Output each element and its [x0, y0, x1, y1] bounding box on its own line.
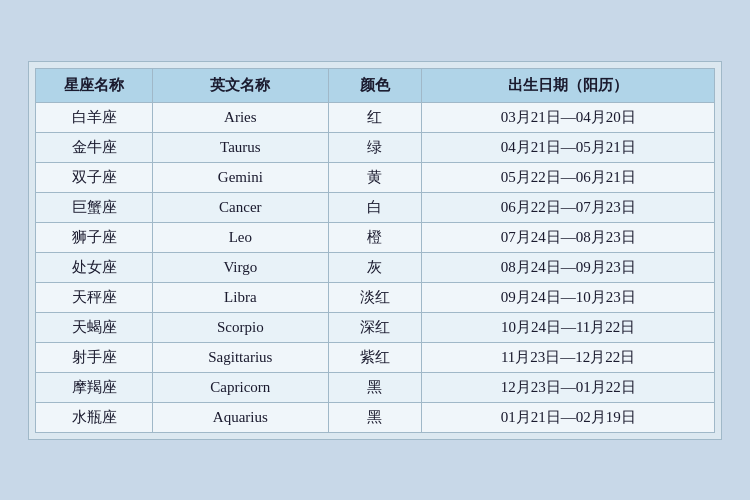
cell-color: 紫红 — [328, 342, 422, 372]
cell-date-range: 05月22日—06月21日 — [422, 162, 715, 192]
cell-en-name: Libra — [153, 282, 329, 312]
cell-date-range: 01月21日—02月19日 — [422, 402, 715, 432]
table-row: 双子座Gemini黄05月22日—06月21日 — [36, 162, 715, 192]
header-color: 颜色 — [328, 68, 422, 102]
cell-date-range: 11月23日—12月22日 — [422, 342, 715, 372]
cell-en-name: Cancer — [153, 192, 329, 222]
cell-date-range: 08月24日—09月23日 — [422, 252, 715, 282]
table-row: 摩羯座Capricorn黑12月23日—01月22日 — [36, 372, 715, 402]
table-row: 处女座Virgo灰08月24日—09月23日 — [36, 252, 715, 282]
cell-date-range: 12月23日—01月22日 — [422, 372, 715, 402]
cell-zh-name: 白羊座 — [36, 102, 153, 132]
header-en-name: 英文名称 — [153, 68, 329, 102]
cell-zh-name: 摩羯座 — [36, 372, 153, 402]
cell-date-range: 07月24日—08月23日 — [422, 222, 715, 252]
cell-zh-name: 巨蟹座 — [36, 192, 153, 222]
cell-color: 绿 — [328, 132, 422, 162]
cell-zh-name: 水瓶座 — [36, 402, 153, 432]
cell-date-range: 06月22日—07月23日 — [422, 192, 715, 222]
cell-color: 橙 — [328, 222, 422, 252]
table-row: 天秤座Libra淡红09月24日—10月23日 — [36, 282, 715, 312]
table-row: 射手座Sagittarius紫红11月23日—12月22日 — [36, 342, 715, 372]
cell-color: 淡红 — [328, 282, 422, 312]
table-row: 水瓶座Aquarius黑01月21日—02月19日 — [36, 402, 715, 432]
cell-en-name: Leo — [153, 222, 329, 252]
cell-zh-name: 射手座 — [36, 342, 153, 372]
cell-color: 黄 — [328, 162, 422, 192]
cell-zh-name: 双子座 — [36, 162, 153, 192]
header-date-range: 出生日期（阳历） — [422, 68, 715, 102]
cell-en-name: Aquarius — [153, 402, 329, 432]
cell-color: 红 — [328, 102, 422, 132]
cell-en-name: Aries — [153, 102, 329, 132]
cell-date-range: 04月21日—05月21日 — [422, 132, 715, 162]
header-zh-name: 星座名称 — [36, 68, 153, 102]
zodiac-table-container: 星座名称 英文名称 颜色 出生日期（阳历） 白羊座Aries红03月21日—04… — [28, 61, 722, 440]
cell-en-name: Taurus — [153, 132, 329, 162]
cell-color: 深红 — [328, 312, 422, 342]
table-header-row: 星座名称 英文名称 颜色 出生日期（阳历） — [36, 68, 715, 102]
table-body: 白羊座Aries红03月21日—04月20日金牛座Taurus绿04月21日—0… — [36, 102, 715, 432]
cell-color: 黑 — [328, 372, 422, 402]
cell-zh-name: 狮子座 — [36, 222, 153, 252]
table-row: 天蝎座Scorpio深红10月24日—11月22日 — [36, 312, 715, 342]
cell-en-name: Virgo — [153, 252, 329, 282]
cell-color: 白 — [328, 192, 422, 222]
cell-en-name: Capricorn — [153, 372, 329, 402]
cell-en-name: Scorpio — [153, 312, 329, 342]
table-row: 金牛座Taurus绿04月21日—05月21日 — [36, 132, 715, 162]
cell-zh-name: 金牛座 — [36, 132, 153, 162]
table-row: 巨蟹座Cancer白06月22日—07月23日 — [36, 192, 715, 222]
zodiac-table: 星座名称 英文名称 颜色 出生日期（阳历） 白羊座Aries红03月21日—04… — [35, 68, 715, 433]
cell-zh-name: 处女座 — [36, 252, 153, 282]
cell-zh-name: 天蝎座 — [36, 312, 153, 342]
cell-zh-name: 天秤座 — [36, 282, 153, 312]
cell-color: 黑 — [328, 402, 422, 432]
cell-date-range: 03月21日—04月20日 — [422, 102, 715, 132]
cell-en-name: Gemini — [153, 162, 329, 192]
cell-en-name: Sagittarius — [153, 342, 329, 372]
table-row: 白羊座Aries红03月21日—04月20日 — [36, 102, 715, 132]
cell-date-range: 09月24日—10月23日 — [422, 282, 715, 312]
table-row: 狮子座Leo橙07月24日—08月23日 — [36, 222, 715, 252]
cell-date-range: 10月24日—11月22日 — [422, 312, 715, 342]
cell-color: 灰 — [328, 252, 422, 282]
